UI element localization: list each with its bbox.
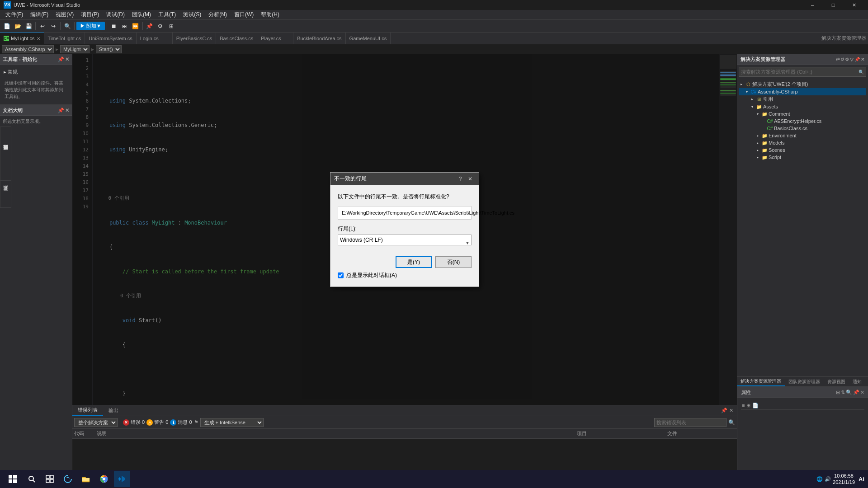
class-select[interactable]: MyLight	[60, 45, 90, 53]
tab-player[interactable]: Player.cs	[257, 33, 293, 44]
dialog-close-btn[interactable]: ✕	[465, 174, 475, 184]
taskbar-search[interactable]	[24, 471, 40, 487]
dialog-help-btn[interactable]: ?	[455, 174, 465, 184]
dialog-line-ending-select[interactable]: Windows (CR LF) Unix (LF) Mac (CR)	[338, 235, 472, 245]
dialog-no-button[interactable]: 否(N)	[435, 256, 472, 268]
tree-basicsclass[interactable]: ▸ C# BasicsClass.cs	[739, 125, 866, 132]
prop-grid-icon[interactable]: ⊞	[836, 389, 840, 395]
tab-resource-view[interactable]: 资源视图	[824, 377, 849, 386]
toolbar-play-btn[interactable]: ▶ 附加▼	[76, 22, 105, 30]
ai-label[interactable]: Ai	[859, 476, 864, 483]
se-filter-icon[interactable]: ▽	[850, 57, 854, 62]
tree-assets[interactable]: ▾ 📁 Assets	[739, 103, 866, 110]
tree-models[interactable]: ▸ 📁 Models	[739, 139, 866, 146]
tab-basicsclass[interactable]: BasicsClass.cs	[216, 33, 257, 44]
prop-sort-icon[interactable]: ⇅	[841, 389, 845, 395]
toolbar-misc1[interactable]: 📌	[145, 21, 155, 31]
tab-unistorm[interactable]: UniStormSystem.cs	[85, 33, 137, 44]
prop-page-icon[interactable]: 📄	[752, 403, 759, 408]
se-search-input[interactable]	[741, 69, 859, 75]
menu-team[interactable]: 团队(M)	[128, 10, 155, 19]
prop-search-icon[interactable]: 🔍	[846, 389, 852, 395]
error-search-input[interactable]	[654, 418, 726, 427]
tab-buckle[interactable]: BuckleBloodArea.cs	[293, 33, 345, 44]
toolbox-pin[interactable]: 📌	[58, 56, 64, 62]
tab-gamemenu[interactable]: GameMenuUI.cs	[346, 33, 391, 44]
tab-timetolight[interactable]: TimeToLight.cs	[44, 33, 85, 44]
build-filter-icon[interactable]: ⚑	[194, 419, 198, 425]
prop-cat-icon[interactable]: ≡	[742, 403, 745, 408]
tab-error-list[interactable]: 错误列表	[72, 405, 103, 416]
prop-close-icon[interactable]: ✕	[860, 389, 864, 395]
prop-pin-icon[interactable]: 📌	[853, 389, 859, 395]
tree-scenes[interactable]: ▸ 📁 Scenes	[739, 146, 866, 154]
menu-project[interactable]: 项目(P)	[77, 10, 103, 19]
server-explorer-tab[interactable]: 服务器资源管理器	[0, 127, 11, 181]
taskbar-explorer[interactable]	[78, 471, 94, 487]
tray-network-icon[interactable]: 🌐	[816, 476, 823, 482]
prop-alpha-icon[interactable]: ⊞	[746, 403, 750, 408]
tab-output[interactable]: 输出	[103, 405, 124, 416]
menu-analyze[interactable]: 分析(N)	[205, 10, 231, 19]
toolbox-general-section[interactable]: ▸ 常规	[2, 67, 70, 77]
solution-explorer-link[interactable]: 解决方案资源管理器	[820, 33, 868, 44]
se-pin-icon[interactable]: 📌	[854, 57, 860, 62]
taskbar-taskview[interactable]	[42, 471, 58, 487]
tab-login[interactable]: Login.cs	[137, 33, 173, 44]
menu-edit[interactable]: 编辑(E)	[27, 10, 52, 19]
toolbar-debug3[interactable]: ⏩	[131, 21, 141, 31]
method-select[interactable]: Start()	[96, 45, 122, 53]
tab-plyerbasics[interactable]: PlyerBasicsC.cs	[173, 33, 216, 44]
menu-view[interactable]: 视图(V)	[52, 10, 77, 19]
tree-environment[interactable]: ▸ 📁 Environment	[739, 132, 866, 139]
error-search-icon[interactable]: 🔍	[728, 419, 735, 426]
taskbar-edge[interactable]	[60, 471, 76, 487]
se-close-icon[interactable]: ✕	[861, 57, 864, 62]
toolbox-tab[interactable]: 工具箱	[0, 181, 11, 208]
taskbar-chrome[interactable]	[96, 471, 112, 487]
taskbar-vs-icon[interactable]	[114, 471, 130, 487]
tree-script[interactable]: ▸ 📁 Script	[739, 154, 866, 161]
se-refresh-icon[interactable]: ↺	[840, 57, 844, 62]
bottom-close-icon[interactable]: ✕	[729, 408, 733, 413]
toolbar-redo[interactable]: ↪	[48, 21, 58, 31]
toolbar-save[interactable]: 💾	[24, 21, 33, 31]
maximize-button[interactable]: □	[823, 0, 844, 10]
tab-close-mylight[interactable]: ✕	[37, 36, 40, 41]
menu-file[interactable]: 文件(F)	[2, 10, 27, 19]
tree-comment[interactable]: ▾ 📁 Comment	[739, 110, 866, 117]
tab-notifications[interactable]: 通知	[849, 377, 865, 386]
menu-window[interactable]: 窗口(W)	[231, 10, 257, 19]
toolbar-misc2[interactable]: ⚙	[156, 21, 165, 31]
doc-outline-pin[interactable]: 📌	[58, 108, 64, 113]
tab-mylight[interactable]: C# MyLight.cs ✕	[0, 33, 44, 44]
dialog-yes-button[interactable]: 是(Y)	[396, 256, 432, 268]
menu-help[interactable]: 帮助(H)	[257, 10, 283, 19]
tab-solution-explorer[interactable]: 解决方案资源管理器	[737, 377, 785, 386]
tree-assembly[interactable]: ▾ C# Assembly-CSharp	[739, 88, 866, 95]
bottom-pin-icon[interactable]: 📌	[721, 408, 727, 413]
toolbar-search[interactable]: 🔍	[62, 21, 72, 31]
toolbox-close[interactable]: ✕	[65, 56, 69, 62]
minimize-button[interactable]: –	[802, 0, 823, 10]
se-settings-icon[interactable]: ⚙	[845, 57, 849, 62]
toolbar-undo[interactable]: ↩	[38, 21, 47, 31]
namespace-select[interactable]: Assembly-CSharp	[2, 45, 54, 53]
menu-test[interactable]: 测试(S)	[179, 10, 205, 19]
tree-ref[interactable]: ▸ ⊞ 引用	[739, 95, 866, 103]
error-filter-select[interactable]: 整个解决方案	[74, 418, 118, 427]
menu-debug[interactable]: 调试(D)	[103, 10, 128, 19]
build-filter-select[interactable]: 生成 + IntelliSense	[200, 418, 264, 427]
taskbar-start-button[interactable]	[4, 470, 22, 488]
tray-volume-icon[interactable]: 🔊	[825, 476, 831, 482]
se-sync-icon[interactable]: ⇄	[836, 57, 840, 62]
toolbar-misc3[interactable]: ⊞	[166, 21, 176, 31]
toolbar-new[interactable]: 📄	[2, 21, 12, 31]
close-button[interactable]: ✕	[844, 0, 864, 10]
menu-tools[interactable]: 工具(T)	[155, 10, 179, 19]
toolbar-debug1[interactable]: ⏹	[109, 21, 119, 31]
toolbar-debug2[interactable]: ⏭	[120, 21, 130, 31]
toolbar-open[interactable]: 📂	[13, 21, 23, 31]
tree-solution[interactable]: ▸ ⬡ 解决方案'UWE'(2 个项目)	[739, 80, 866, 88]
dialog-always-show-checkbox[interactable]	[338, 272, 344, 278]
